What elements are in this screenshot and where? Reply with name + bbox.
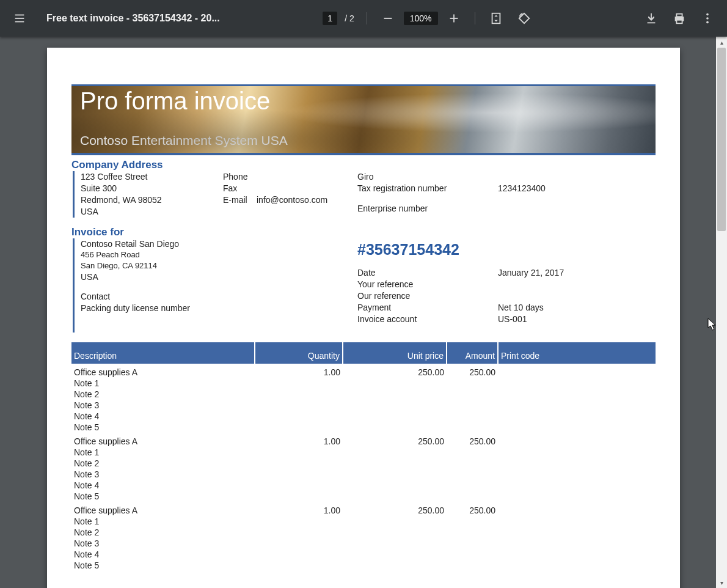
pdf-toolbar: Free text invoice - 35637154342 - 20... …: [0, 0, 727, 37]
invoice-for-block: Contoso Retail San Diego 456 Peach Road …: [73, 238, 357, 333]
toolbar-divider: [475, 12, 475, 24]
svg-point-13: [706, 21, 709, 24]
note-cell: Note 3: [71, 469, 656, 480]
more-vert-icon: [701, 12, 714, 25]
cell-price: 250.00: [343, 433, 447, 447]
fit-page-icon: [489, 12, 503, 25]
cust-line: USA: [81, 271, 357, 283]
th-amount: Amount: [447, 342, 498, 364]
menu-button[interactable]: [7, 6, 32, 31]
toolbar-divider: [367, 12, 367, 24]
note-row: Note 2: [71, 389, 656, 400]
email-label: E-mail: [223, 194, 257, 206]
cell-qty: 1.00: [255, 502, 343, 516]
addr-line: Suite 300: [81, 183, 223, 194]
note-row: Note 3: [71, 538, 656, 549]
tax-label: Tax registration number: [357, 183, 498, 194]
company-fiscal-block: Giro Tax registration number1234123400 E…: [357, 171, 656, 218]
note-row: Note 4: [71, 480, 656, 491]
print-icon: [673, 12, 686, 25]
svg-point-12: [706, 17, 709, 20]
addr-line: Redmond, WA 98052: [81, 194, 223, 206]
cust-line: 456 Peach Road: [81, 249, 357, 260]
rotate-icon: [517, 12, 531, 25]
meta-val: January 21, 2017: [498, 267, 564, 279]
note-row: Note 1: [71, 516, 656, 527]
document-title: Free text invoice - 35637154342 - 20...: [46, 13, 220, 24]
note-row: Note 2: [71, 527, 656, 538]
table-row: Office supplies A1.00250.00250.00: [71, 433, 656, 447]
phone-label: Phone: [223, 171, 357, 183]
note-row: Note 2: [71, 458, 656, 469]
zoom-in-button[interactable]: [442, 6, 466, 31]
line-items-table: Description Quantity Unit price Amount P…: [71, 342, 656, 571]
note-cell: Note 5: [71, 422, 656, 433]
email-value: info@contoso.com: [257, 195, 327, 205]
th-unit-price: Unit price: [343, 342, 447, 364]
cell-code: [498, 502, 656, 516]
invoice-meta-block: #35637154342 DateJanuary 21, 2017 Your r…: [357, 238, 656, 333]
cust-line: Contoso Retail San Diego: [81, 238, 357, 250]
download-button[interactable]: [639, 6, 663, 31]
invoice-title: Pro forma invoice: [80, 87, 270, 115]
meta-key: Invoice account: [357, 314, 498, 325]
meta-key: Our reference: [357, 290, 498, 302]
note-cell: Note 3: [71, 538, 656, 549]
cust-line: San Diego, CA 92114: [81, 260, 357, 271]
scroll-up-arrow[interactable]: ▴: [716, 37, 727, 48]
more-button[interactable]: [695, 6, 720, 31]
cell-amount: 250.00: [447, 433, 498, 447]
fit-page-button[interactable]: [484, 6, 508, 31]
cell-desc: Office supplies A: [71, 433, 255, 447]
th-print-code: Print code: [498, 342, 656, 364]
meta-key: Your reference: [357, 279, 498, 290]
minus-icon: [381, 12, 395, 25]
note-cell: Note 1: [71, 378, 656, 389]
note-cell: Note 3: [71, 400, 656, 411]
svg-rect-10: [676, 20, 682, 24]
cell-price: 250.00: [343, 502, 447, 516]
note-row: Note 1: [71, 447, 656, 458]
enterprise-label: Enterprise number: [357, 203, 498, 215]
scroll-thumb[interactable]: [717, 48, 726, 231]
print-button[interactable]: [667, 6, 692, 31]
cell-amount: 250.00: [447, 502, 498, 516]
vertical-scrollbar[interactable]: ▴ ▾: [716, 37, 727, 588]
note-cell: Note 4: [71, 411, 656, 422]
meta-key: Payment: [357, 302, 498, 314]
th-quantity: Quantity: [255, 342, 343, 364]
note-cell: Note 5: [71, 491, 656, 502]
svg-rect-9: [676, 14, 682, 17]
download-icon: [645, 12, 658, 25]
zoom-out-button[interactable]: [376, 6, 400, 31]
contact-label: Contact: [81, 291, 357, 303]
svg-point-11: [706, 13, 709, 16]
scroll-down-arrow[interactable]: ▾: [716, 577, 727, 588]
page-current-input[interactable]: 1: [323, 12, 337, 25]
invoice-banner: Pro forma invoice Contoso Entertainment …: [71, 84, 656, 155]
note-row: Note 5: [71, 491, 656, 502]
company-contact-block: Phone Fax E-mailinfo@contoso.com: [223, 171, 357, 218]
cell-code: [498, 433, 656, 447]
cell-code: [498, 364, 656, 378]
note-cell: Note 4: [71, 549, 656, 560]
note-row: Note 3: [71, 400, 656, 411]
note-row: Note 5: [71, 422, 656, 433]
cell-desc: Office supplies A: [71, 502, 255, 516]
fax-label: Fax: [223, 183, 357, 194]
hamburger-icon: [13, 12, 26, 25]
note-row: Note 5: [71, 560, 656, 571]
license-label: Packing duty license number: [81, 303, 357, 314]
note-cell: Note 1: [71, 516, 656, 527]
tax-value: 1234123400: [498, 183, 546, 194]
rotate-button[interactable]: [512, 6, 536, 31]
cell-qty: 1.00: [255, 433, 343, 447]
company-address-heading: Company Address: [71, 159, 656, 171]
plus-icon: [447, 12, 461, 25]
table-row: Office supplies A1.00250.00250.00: [71, 364, 656, 378]
company-address-block: 123 Coffee Street Suite 300 Redmond, WA …: [73, 171, 223, 218]
addr-line: USA: [81, 206, 223, 218]
invoice-for-heading: Invoice for: [71, 226, 656, 238]
zoom-level[interactable]: 100%: [404, 12, 438, 25]
note-cell: Note 2: [71, 458, 656, 469]
